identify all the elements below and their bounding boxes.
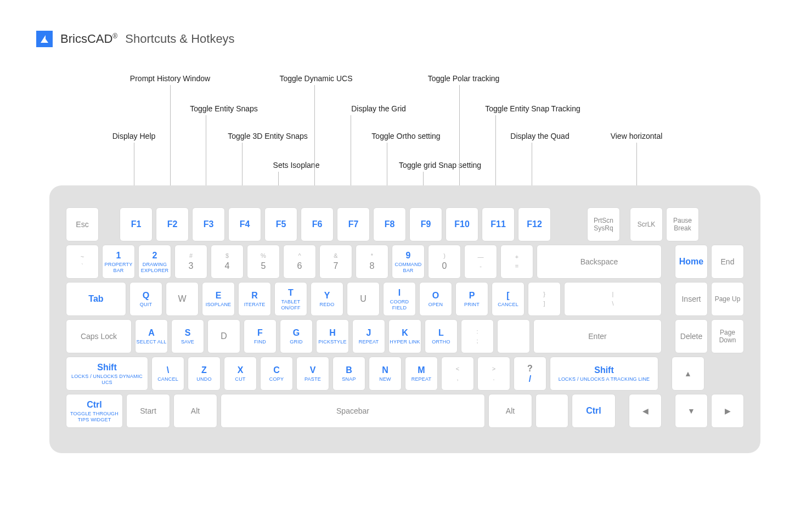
row-shift: ShiftLOCKS / UNLOCKS DYNAMIC UCS \CANCEL… [66, 357, 744, 391]
key-6[interactable]: ^6 [283, 245, 316, 279]
key-comma[interactable]: <, [441, 357, 474, 391]
key-shift-left[interactable]: ShiftLOCKS / UNLOCKS DYNAMIC UCS [66, 357, 148, 391]
callout-home: View horizontal [611, 132, 663, 140]
key-period[interactable]: >. [477, 357, 510, 391]
key-scrlk[interactable]: ScrLK [630, 207, 663, 241]
arrow-right-icon: ▶ [725, 407, 731, 416]
key-pgup[interactable]: Page Up [711, 282, 744, 316]
key-z[interactable]: ZUNDO [188, 357, 221, 391]
key-y[interactable]: YREDO [311, 282, 343, 316]
key-f10[interactable]: F10 [446, 207, 478, 241]
key-equal[interactable]: += [500, 245, 533, 279]
key-q[interactable]: QQUIT [129, 282, 162, 316]
key-p[interactable]: PPRINT [455, 282, 488, 316]
key-r[interactable]: RITERATE [238, 282, 271, 316]
key-arrow-left[interactable]: ◀ [629, 394, 662, 428]
key-start[interactable]: Start [126, 394, 170, 428]
key-f9[interactable]: F9 [409, 207, 442, 241]
key-n[interactable]: NNEW [369, 357, 402, 391]
key-f5[interactable]: F5 [264, 207, 297, 241]
key-bracket-left[interactable]: [CANCEL [492, 282, 525, 316]
key-backspace[interactable]: Backspace [537, 245, 662, 279]
key-e[interactable]: EISOPLANE [202, 282, 235, 316]
key-s[interactable]: SSAVE [171, 319, 204, 353]
key-tilde[interactable]: ~` [66, 245, 99, 279]
key-ctrl-right[interactable]: Ctrl [572, 394, 616, 428]
key-prtscn[interactable]: PrtScnSysRq [587, 207, 620, 241]
key-bracket-right[interactable]: }] [528, 282, 561, 316]
key-m[interactable]: MREPEAT [405, 357, 438, 391]
key-9[interactable]: 9COMMAND BAR [392, 245, 425, 279]
callout-f12: Display the Quad [510, 132, 569, 140]
key-arrow-right[interactable]: ▶ [711, 394, 744, 428]
key-t[interactable]: TTABLET ON/OFF [274, 282, 307, 316]
keyboard: Esc F1 F2 F3 F4 F5 F6 F7 F8 F9 F10 F11 F… [49, 185, 760, 453]
key-f3[interactable]: F3 [192, 207, 225, 241]
key-home[interactable]: Home [675, 245, 708, 279]
key-w[interactable]: W [166, 282, 199, 316]
key-4[interactable]: $4 [211, 245, 244, 279]
key-h[interactable]: HPICKSTYLE [316, 319, 349, 353]
key-v[interactable]: VPASTE [296, 357, 329, 391]
page-header: BricsCAD® Shortcuts & Hotkeys [36, 31, 235, 47]
key-arrow-up[interactable]: ▲ [672, 357, 704, 391]
key-f[interactable]: FFIND [244, 319, 277, 353]
key-k[interactable]: KHYPER LINK [388, 319, 421, 353]
key-f12[interactable]: F12 [518, 207, 551, 241]
key-arrow-down[interactable]: ▼ [675, 394, 708, 428]
key-minus[interactable]: —- [464, 245, 497, 279]
key-quote[interactable] [497, 319, 530, 353]
key-semicolon[interactable]: :; [461, 319, 494, 353]
key-delete[interactable]: Delete [675, 319, 708, 353]
row-control: CtrlTOGGLE THROUGH TIPS WIDGET Start Alt… [66, 394, 744, 428]
key-x[interactable]: XCUT [224, 357, 257, 391]
key-j[interactable]: JREPEAT [352, 319, 385, 353]
key-f4[interactable]: F4 [228, 207, 261, 241]
key-5[interactable]: %5 [247, 245, 280, 279]
key-1[interactable]: 1PROPERTY BAR [102, 245, 135, 279]
callout-f10: Toggle Polar tracking [428, 74, 500, 83]
key-backslash[interactable]: |\ [564, 282, 662, 316]
key-i[interactable]: ICOORD FIELD [383, 282, 416, 316]
key-f6[interactable]: F6 [301, 207, 334, 241]
key-end[interactable]: End [711, 245, 744, 279]
key-c[interactable]: CCOPY [260, 357, 293, 391]
callout-f9: Toggle grid Snap setting [399, 161, 481, 170]
key-spacebar[interactable]: Spacebar [221, 394, 485, 428]
key-esc[interactable]: Esc [66, 207, 99, 241]
key-b[interactable]: BSNAP [332, 357, 365, 391]
key-o[interactable]: OOPEN [419, 282, 452, 316]
page-subtitle: Shortcuts & Hotkeys [125, 32, 234, 46]
key-f1[interactable]: F1 [120, 207, 153, 241]
key-7[interactable]: &7 [319, 245, 352, 279]
key-f7[interactable]: F7 [337, 207, 370, 241]
key-3[interactable]: #3 [174, 245, 207, 279]
key-menu[interactable] [535, 394, 568, 428]
key-pgdn[interactable]: Page Down [711, 319, 744, 353]
key-u[interactable]: U [347, 282, 380, 316]
key-a[interactable]: ASELECT ALL [135, 319, 168, 353]
callout-f2: Prompt History Window [130, 74, 210, 83]
key-tab[interactable]: Tab [66, 282, 126, 316]
key-d[interactable]: D [207, 319, 240, 353]
key-enter[interactable]: Enter [533, 319, 662, 353]
key-f2[interactable]: F2 [156, 207, 189, 241]
key-alt-left[interactable]: Alt [173, 394, 217, 428]
key-iso-backslash[interactable]: \CANCEL [151, 357, 184, 391]
key-f11[interactable]: F11 [482, 207, 515, 241]
key-alt-right[interactable]: Alt [488, 394, 532, 428]
row-home: Caps Lock ASELECT ALL SSAVE D FFIND GGRI… [66, 319, 744, 353]
key-0[interactable]: )0 [428, 245, 461, 279]
key-2[interactable]: 2DRAWING EXPLORER [138, 245, 171, 279]
key-f8[interactable]: F8 [373, 207, 406, 241]
key-l[interactable]: LORTHO [425, 319, 458, 353]
key-8[interactable]: *8 [356, 245, 388, 279]
key-insert[interactable]: Insert [675, 282, 708, 316]
key-ctrl-left[interactable]: CtrlTOGGLE THROUGH TIPS WIDGET [66, 394, 123, 428]
callout-f6: Toggle Dynamic UCS [279, 74, 352, 83]
key-capslock[interactable]: Caps Lock [66, 319, 132, 353]
key-slash[interactable]: ?/ [514, 357, 546, 391]
key-pause[interactable]: PauseBreak [666, 207, 699, 241]
key-g[interactable]: GGRID [280, 319, 313, 353]
key-shift-right[interactable]: ShiftLOCKS / UNLOCKS A TRACKING LINE [550, 357, 658, 391]
